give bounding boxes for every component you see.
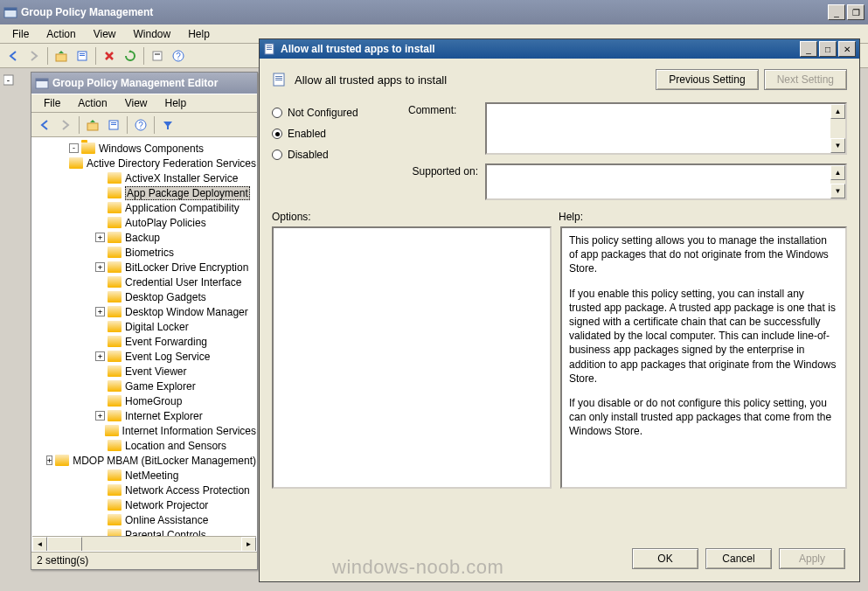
gpme-menu-help[interactable]: Help — [156, 94, 196, 112]
tree-node-label[interactable]: App Package Deployment — [125, 186, 250, 200]
tree-node[interactable]: Application Compatibility — [32, 200, 256, 215]
comment-scrollbar[interactable]: ▲▼ — [830, 104, 845, 153]
tree-node-label[interactable]: HomeGroup — [125, 395, 182, 407]
ok-button[interactable]: OK — [632, 548, 698, 569]
cancel-button[interactable]: Cancel — [705, 548, 772, 569]
tree-node[interactable]: ActiveX Installer Service — [32, 170, 256, 185]
tree-node-label[interactable]: AutoPlay Policies — [125, 217, 206, 229]
tree-node-label[interactable]: Internet Information Services — [122, 425, 256, 437]
tree-node-label[interactable]: Application Compatibility — [125, 202, 240, 214]
gpme-up-button[interactable] — [83, 115, 102, 135]
forward-button[interactable] — [24, 46, 44, 66]
tree-node[interactable]: +Internet Explorer — [32, 408, 256, 423]
gpme-back-button[interactable] — [35, 115, 54, 135]
tree-node[interactable]: Biometrics — [32, 245, 256, 260]
tree-node-label[interactable]: Windows Components — [99, 143, 204, 155]
menu-file[interactable]: File — [3, 25, 38, 43]
tree-node[interactable]: AutoPlay Policies — [32, 215, 256, 230]
menu-window[interactable]: Window — [125, 25, 180, 43]
apply-button[interactable]: Apply — [779, 548, 845, 569]
tree-node[interactable]: App Package Deployment — [32, 185, 256, 200]
radio-not-configured[interactable]: Not Configured — [272, 102, 391, 123]
scroll-right-button[interactable]: ► — [241, 537, 256, 552]
previous-setting-button[interactable]: Previous Setting — [656, 69, 758, 90]
menu-view[interactable]: View — [85, 25, 125, 43]
tree-node[interactable]: +Event Log Service — [32, 349, 256, 364]
expand-toggle[interactable]: + — [95, 307, 105, 316]
comment-textarea[interactable]: ▲▼ — [485, 102, 847, 155]
dialog-close-button[interactable]: ✕ — [838, 41, 856, 57]
minimize-button[interactable]: _ — [828, 4, 845, 20]
expand-toggle[interactable]: + — [95, 411, 105, 421]
dialog-maximize-button[interactable]: □ — [819, 41, 837, 57]
expand-toggle[interactable]: + — [95, 233, 105, 242]
supported-scrollbar[interactable]: ▲▼ — [830, 165, 845, 198]
tree-node[interactable]: Event Viewer — [32, 364, 256, 379]
expand-toggle[interactable]: + — [46, 455, 52, 465]
tree-node[interactable]: NetMeeting — [32, 468, 256, 483]
tree-node[interactable]: Internet Information Services — [32, 423, 256, 438]
back-button[interactable] — [3, 46, 23, 66]
expand-toggle[interactable]: + — [95, 351, 105, 361]
gpme-menu-file[interactable]: File — [35, 94, 69, 112]
gpme-help-button[interactable]: ? — [131, 115, 150, 135]
tree-node[interactable]: Location and Sensors — [32, 438, 256, 453]
properties-button[interactable] — [73, 46, 92, 66]
next-setting-button[interactable]: Next Setting — [764, 69, 847, 90]
delete-button[interactable] — [100, 46, 119, 66]
up-button[interactable] — [52, 46, 71, 66]
tree-node[interactable]: +Desktop Window Manager — [32, 304, 256, 319]
tree-node-label[interactable]: BitLocker Drive Encryption — [125, 261, 248, 274]
tree-node[interactable]: Network Access Protection — [32, 483, 256, 497]
tree-node[interactable]: +MDOP MBAM (BitLocker Management) — [32, 453, 256, 468]
tree-node[interactable]: Desktop Gadgets — [32, 289, 256, 304]
menu-help[interactable]: Help — [179, 25, 219, 43]
tree-node-label[interactable]: Network Projector — [125, 499, 208, 511]
tree-node[interactable]: Event Forwarding — [32, 334, 256, 349]
tree-node-label[interactable]: Network Access Protection — [125, 484, 250, 497]
tree-node-label[interactable]: Credential User Interface — [125, 276, 241, 289]
tree-node[interactable]: Game Explorer — [32, 379, 256, 393]
tree-node[interactable]: Credential User Interface — [32, 275, 256, 289]
tree-node-label[interactable]: Desktop Gadgets — [125, 291, 206, 303]
tree-node[interactable]: Digital Locker — [32, 319, 256, 334]
tree-node-label[interactable]: Digital Locker — [125, 321, 189, 333]
gpme-menu-action[interactable]: Action — [69, 94, 115, 112]
scroll-left-button[interactable]: ◄ — [32, 537, 47, 552]
tree-node-label[interactable]: Desktop Window Manager — [125, 306, 248, 318]
radio-disabled[interactable]: Disabled — [272, 144, 391, 165]
tree-node-label[interactable]: Backup — [125, 232, 160, 244]
gpme-menu-view[interactable]: View — [116, 94, 156, 112]
tree-node-label[interactable]: MDOP MBAM (BitLocker Management) — [73, 455, 256, 467]
tree-node-label[interactable]: Event Forwarding — [125, 336, 207, 348]
gpme-forward-button[interactable] — [56, 115, 75, 135]
gpme-options-button[interactable] — [104, 115, 123, 135]
tree-node-label[interactable]: Event Log Service — [125, 351, 210, 363]
menu-action[interactable]: Action — [38, 25, 84, 43]
tree-node-label[interactable]: Biometrics — [125, 247, 174, 259]
tree-node-root[interactable]: -Windows Components — [32, 141, 256, 156]
tree-node-label[interactable]: Active Directory Federation Services — [87, 157, 256, 170]
tree-node-label[interactable]: Location and Sensors — [125, 440, 226, 452]
tree-node[interactable]: HomeGroup — [32, 393, 256, 408]
tree-node[interactable]: Online Assistance — [32, 512, 256, 527]
tree-node-label[interactable]: Online Assistance — [125, 514, 208, 526]
gpme-filter-button[interactable] — [158, 115, 177, 135]
tree-node-label[interactable]: NetMeeting — [125, 469, 178, 482]
expand-toggle[interactable]: - — [69, 143, 79, 153]
help-button[interactable]: ? — [169, 46, 188, 66]
scroll-thumb[interactable] — [47, 537, 82, 552]
tree-node-label[interactable]: ActiveX Installer Service — [125, 172, 238, 184]
tree-node[interactable]: +BitLocker Drive Encryption — [32, 260, 256, 275]
horizontal-scrollbar[interactable]: ◄ ► — [32, 536, 256, 551]
radio-enabled[interactable]: Enabled — [272, 123, 391, 144]
tree-node-label[interactable]: Internet Explorer — [125, 410, 203, 422]
refresh-button[interactable] — [121, 46, 140, 66]
maximize-button[interactable]: ❐ — [847, 4, 865, 20]
tree-node[interactable]: +Backup — [32, 230, 256, 245]
expand-toggle[interactable]: + — [95, 262, 105, 272]
tree-node-label[interactable]: Parental Controls — [125, 529, 206, 537]
policy-tree[interactable]: -Windows ComponentsActive Directory Fede… — [32, 137, 256, 536]
tree-node[interactable]: Active Directory Federation Services — [32, 156, 256, 170]
tree-node-label[interactable]: Event Viewer — [125, 365, 186, 378]
